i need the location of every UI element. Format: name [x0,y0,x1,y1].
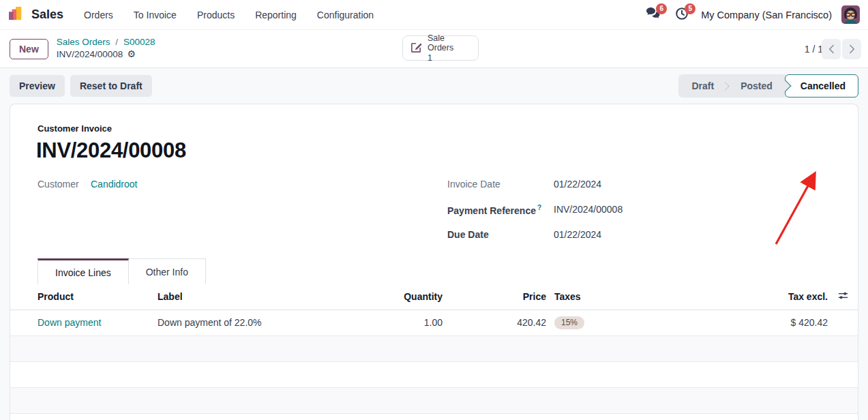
activities-button[interactable]: 5 [672,6,691,24]
header-quantity: Quantity [355,284,443,310]
header-taxes: Taxes [546,284,717,310]
app-menu[interactable]: Sales [8,6,76,23]
edit-pencil-icon [410,41,423,56]
line-tax-excl: $ 420.42 [717,310,828,335]
header-price: Price [443,284,546,310]
gear-icon[interactable]: ⚙ [127,48,136,61]
breadcrumb-s00028[interactable]: S00028 [123,37,155,47]
invoice-line-row[interactable]: Down payment Down payment of 22.0% 1.00 … [10,310,858,335]
line-price: 420.42 [443,310,546,335]
reset-to-draft-button[interactable]: Reset to Draft [70,75,152,97]
menu-to-invoice[interactable]: To Invoice [125,4,185,26]
tab-other-info[interactable]: Other Info [129,258,206,284]
app-name[interactable]: Sales [31,7,63,22]
top-navbar: Sales Orders To Invoice Products Reporti… [0,0,868,30]
pager-next-button[interactable] [842,39,861,59]
status-control-row: Preview Reset to Draft Draft Posted Canc… [0,68,868,104]
empty-row [10,387,858,413]
breadcrumb-separator: / [115,37,118,47]
menu-configuration[interactable]: Configuration [309,4,382,26]
breadcrumb: Sales Orders / S00028 INV/2024/00008 ⚙ [57,37,155,60]
sliders-icon [837,290,849,301]
payment-reference-label: Payment Reference? [447,204,554,216]
main-menu: Orders To Invoice Products Reporting Con… [76,4,382,26]
header-label: Label [158,284,355,310]
messages-badge: 6 [656,3,667,14]
invoice-date-value: 01/22/2024 [554,179,601,190]
menu-products[interactable]: Products [189,4,243,26]
tab-invoice-lines[interactable]: Invoice Lines [38,258,129,284]
due-date-value: 01/22/2024 [554,229,601,240]
empty-row [10,361,858,387]
statusbar: Draft Posted Cancelled [678,74,859,97]
notebook-tabs: Invoice Lines Other Info [38,258,858,284]
status-draft[interactable]: Draft [681,80,725,91]
invoice-fields: Invoice Date 01/22/2024 Payment Referenc… [447,179,623,254]
payment-reference-value: INV/2024/00008 [554,204,623,215]
content-area: Preview Reset to Draft Draft Posted Canc… [0,68,868,420]
smart-button-count: 1 [428,53,471,63]
table-header-row: Product Label Quantity Price Taxes Tax e… [10,284,858,310]
invoice-lines-table: Product Label Quantity Price Taxes Tax e… [10,284,858,420]
chevron-right-icon [849,44,855,54]
activities-badge: 5 [685,3,695,14]
customer-label: Customer [38,179,91,190]
empty-row [10,335,858,361]
line-product-link[interactable]: Down payment [38,317,101,328]
preview-button[interactable]: Preview [10,75,65,97]
doc-type-label: Customer Invoice [38,123,112,134]
invoice-date-label: Invoice Date [447,179,554,190]
chevron-left-icon [828,44,835,54]
company-switcher[interactable]: My Company (San Francisco) [701,10,832,20]
pager-previous-button[interactable] [822,39,841,59]
menu-reporting[interactable]: Reporting [247,4,305,26]
invoice-form-sheet: Customer Invoice INV/2024/00008 Customer… [10,104,858,420]
menu-orders[interactable]: Orders [76,4,121,26]
sale-orders-smart-button[interactable]: Sale Orders 1 [402,35,479,61]
messages-button[interactable]: 6 [644,6,663,24]
status-posted[interactable]: Posted [730,80,783,91]
customer-link[interactable]: Candidroot [91,179,138,190]
line-label: Down payment of 22.0% [158,310,355,335]
breadcrumb-sales-orders[interactable]: Sales Orders [57,37,110,47]
empty-row [10,413,858,420]
header-product: Product [10,284,158,310]
smart-button-label: Sale Orders [428,33,471,53]
breadcrumb-current: INV/2024/00008 [57,49,123,61]
help-question-icon: ? [537,204,541,211]
breadcrumb-row: New Sales Orders / S00028 INV/2024/00008… [0,30,868,68]
line-tax-badge: 15% [554,316,584,329]
new-button[interactable]: New [10,39,48,59]
sales-app-logo-icon [8,6,25,23]
pager-indicator[interactable]: 1 / 1 [805,30,823,68]
header-tax-excl: Tax excl. [717,284,828,310]
line-quantity: 1.00 [355,310,443,335]
user-avatar[interactable] [841,5,860,24]
status-cancelled-active[interactable]: Cancelled [785,74,858,97]
due-date-label: Due Date [447,229,554,240]
optional-columns-button[interactable] [828,284,858,310]
invoice-number-title: INV/2024/00008 [36,138,186,163]
